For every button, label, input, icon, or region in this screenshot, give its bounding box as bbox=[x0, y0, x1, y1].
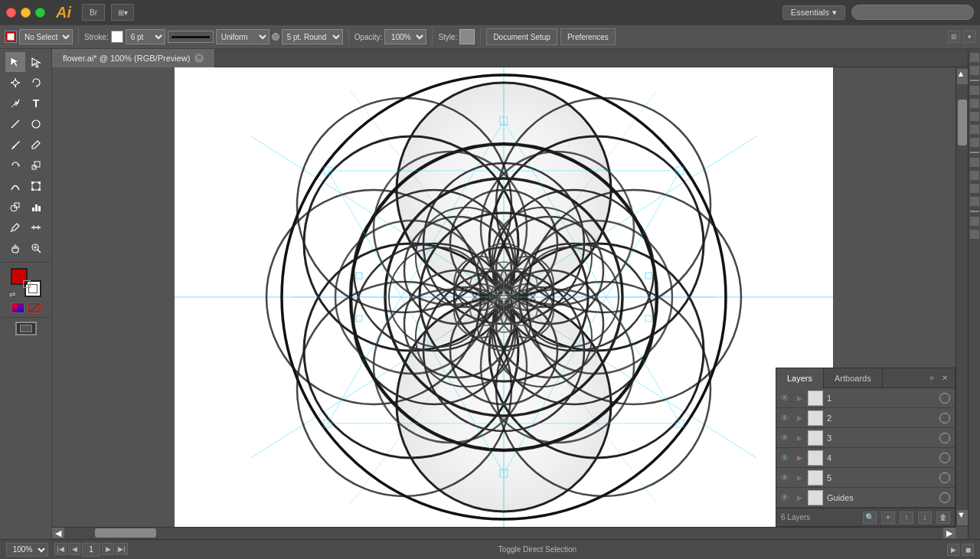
lasso-tool[interactable] bbox=[26, 73, 46, 93]
layers-tab[interactable]: Layers bbox=[776, 368, 824, 388]
selection-tool[interactable] bbox=[5, 52, 25, 72]
arrange-button[interactable]: ⊞ bbox=[948, 31, 960, 43]
right-panel-btn-11[interactable] bbox=[970, 197, 979, 206]
scroll-thumb-h[interactable] bbox=[95, 528, 156, 538]
right-panel-btn-4[interactable] bbox=[970, 99, 979, 108]
warp-tool[interactable] bbox=[5, 176, 25, 196]
graph-tool[interactable] bbox=[26, 197, 46, 217]
document-tab[interactable]: flower.ai* @ 100% (RGB/Preview) ✕ bbox=[52, 49, 215, 67]
document-setup-button[interactable]: Document Setup bbox=[486, 28, 557, 45]
view-button[interactable]: ⊞▾ bbox=[111, 4, 134, 21]
bridge-button[interactable]: Br bbox=[82, 4, 105, 21]
first-page-button[interactable]: |◀ bbox=[54, 543, 67, 555]
measure-tool[interactable] bbox=[26, 217, 46, 237]
right-panel-btn-2[interactable] bbox=[970, 66, 979, 75]
collapse-all-button[interactable]: ✕ bbox=[939, 373, 950, 384]
paintbrush-tool[interactable] bbox=[5, 135, 25, 155]
hand-tool[interactable] bbox=[5, 238, 25, 258]
move-layer-down-button[interactable]: ↓ bbox=[918, 512, 932, 524]
vertical-scrollbar[interactable]: ▲ ▼ bbox=[956, 67, 968, 527]
last-page-button[interactable]: ▶| bbox=[116, 543, 128, 555]
line-tool[interactable] bbox=[5, 114, 25, 134]
type-tool[interactable]: T bbox=[26, 93, 46, 113]
right-panel-btn-13[interactable] bbox=[970, 230, 979, 239]
search-input[interactable] bbox=[851, 5, 974, 20]
none-swatch[interactable] bbox=[23, 280, 31, 288]
scroll-thumb-v[interactable] bbox=[958, 100, 967, 145]
layer-4-expand[interactable]: ▶ bbox=[793, 448, 805, 468]
layer-1-expand[interactable]: ▶ bbox=[793, 388, 805, 408]
guides-expand[interactable]: ▶ bbox=[793, 488, 805, 508]
pen-tool[interactable] bbox=[5, 93, 25, 113]
layer-5-expand[interactable]: ▶ bbox=[793, 468, 805, 488]
prev-page-button[interactable]: ◀ bbox=[68, 543, 80, 555]
page-input[interactable] bbox=[82, 543, 100, 557]
direct-selection-tool[interactable] bbox=[26, 52, 46, 72]
layers-expand-controls: » ✕ bbox=[922, 368, 955, 387]
stroke-type-select[interactable]: Uniform bbox=[216, 29, 270, 44]
scale-tool[interactable] bbox=[26, 155, 46, 175]
right-panel-btn-12[interactable] bbox=[970, 217, 979, 226]
right-panel-btn-10[interactable] bbox=[970, 184, 979, 193]
layer-2-expand[interactable]: ▶ bbox=[793, 408, 805, 428]
stroke-width-select[interactable]: 6 pt bbox=[126, 29, 165, 44]
style-swatch[interactable] bbox=[459, 29, 475, 44]
layer-4-visibility[interactable]: 👁 bbox=[776, 448, 793, 468]
play-button[interactable]: ▶ bbox=[947, 544, 959, 556]
expand-all-button[interactable]: » bbox=[926, 373, 937, 384]
rotate-tool[interactable] bbox=[5, 155, 25, 175]
ellipse-tool[interactable] bbox=[26, 114, 46, 134]
gradient-button[interactable] bbox=[11, 302, 24, 313]
swap-colors-icon[interactable]: ⇄ bbox=[9, 290, 15, 299]
preferences-button[interactable]: Preferences bbox=[560, 28, 616, 45]
right-panel-btn-7[interactable] bbox=[970, 138, 979, 147]
right-panel-btn-6[interactable] bbox=[970, 125, 979, 134]
chevron-down-icon: ▾ bbox=[832, 8, 837, 18]
next-page-button[interactable]: ▶ bbox=[102, 543, 114, 555]
maximize-button[interactable] bbox=[35, 8, 45, 18]
layer-3-expand[interactable]: ▶ bbox=[793, 428, 805, 448]
stroke-color-swatch[interactable] bbox=[111, 31, 123, 43]
free-transform-tool[interactable] bbox=[26, 176, 46, 196]
scroll-arrow-left[interactable]: ◀ bbox=[52, 528, 64, 538]
scroll-arrow-down[interactable]: ▼ bbox=[957, 510, 968, 525]
fill-color-swatch[interactable] bbox=[5, 31, 17, 43]
minimize-button[interactable] bbox=[21, 8, 31, 18]
magic-wand-tool[interactable] bbox=[5, 73, 25, 93]
shape-builder-tool[interactable] bbox=[5, 197, 25, 217]
opacity-select[interactable]: 100% bbox=[384, 29, 426, 44]
tool-select[interactable]: No Selection bbox=[19, 29, 73, 44]
eyedropper-tool[interactable] bbox=[5, 217, 25, 237]
right-panel-btn-1[interactable] bbox=[970, 53, 979, 62]
guides-visibility[interactable]: 👁 bbox=[776, 488, 793, 508]
search-layers-button[interactable]: 🔍 bbox=[863, 512, 877, 524]
horizontal-scrollbar[interactable]: ◀ ▶ bbox=[52, 527, 956, 539]
artboards-tab[interactable]: Artboards bbox=[824, 368, 883, 388]
stroke-cap-select[interactable]: 5 pt. Round bbox=[282, 29, 343, 44]
stroke-group: Stroke: 6 pt Uniform 5 pt. Round bbox=[84, 29, 343, 44]
move-layer-up-button[interactable]: ↑ bbox=[900, 512, 913, 524]
tab-close-button[interactable]: ✕ bbox=[194, 54, 204, 63]
right-panel-btn-9[interactable] bbox=[970, 171, 979, 180]
toolbox-separator-2 bbox=[2, 317, 50, 318]
pencil-tool[interactable] bbox=[26, 135, 46, 155]
layer-5-visibility[interactable]: 👁 bbox=[776, 468, 793, 488]
delete-layer-button[interactable]: 🗑 bbox=[936, 512, 950, 524]
layer-3-visibility[interactable]: 👁 bbox=[776, 428, 793, 448]
right-panel-btn-8[interactable] bbox=[970, 158, 979, 167]
scroll-arrow-up[interactable]: ▲ bbox=[957, 69, 968, 84]
layer-2-visibility[interactable]: 👁 bbox=[776, 408, 793, 428]
right-panel-btn-5[interactable] bbox=[970, 112, 979, 121]
essentials-button[interactable]: Essentials ▾ bbox=[782, 5, 845, 20]
screen-mode-button[interactable] bbox=[15, 322, 37, 335]
close-button[interactable] bbox=[6, 8, 16, 18]
new-layer-button[interactable]: + bbox=[881, 512, 895, 524]
scroll-arrow-right[interactable]: ▶ bbox=[943, 528, 956, 538]
none-button[interactable] bbox=[28, 302, 41, 313]
layer-1-visibility[interactable]: 👁 bbox=[776, 388, 793, 408]
zoom-tool[interactable] bbox=[26, 238, 46, 258]
right-panel-btn-3[interactable] bbox=[970, 86, 979, 95]
stop-button[interactable]: ◼ bbox=[962, 544, 974, 556]
panel-arrow-button[interactable]: ▾ bbox=[963, 31, 975, 43]
zoom-select[interactable]: 100% bbox=[6, 543, 48, 557]
